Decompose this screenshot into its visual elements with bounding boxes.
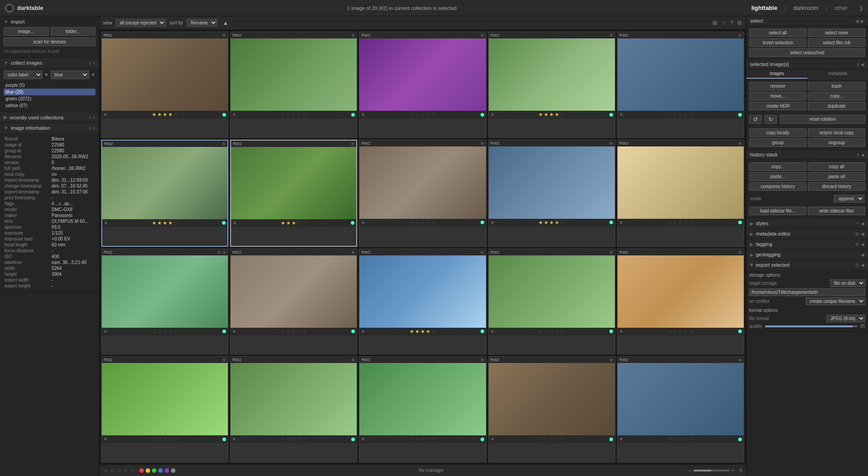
zoom-out-icon[interactable]: — bbox=[687, 468, 692, 473]
sort-select[interactable]: filename bbox=[187, 19, 217, 27]
cell-close-icon[interactable]: ✕ bbox=[104, 437, 107, 442]
cell-reject-icon[interactable]: ⊗ bbox=[738, 141, 742, 146]
recently-info-icon[interactable]: ℹ bbox=[89, 115, 91, 120]
star-3[interactable]: ★ bbox=[420, 329, 425, 335]
cell-close-icon[interactable]: ✕ bbox=[491, 220, 494, 225]
cell-reject-icon[interactable]: ⊗ bbox=[351, 33, 355, 38]
star-2[interactable]: ★ bbox=[415, 329, 420, 335]
star-5[interactable]: ☆ bbox=[302, 436, 307, 442]
cell-reject-icon[interactable]: ⊗ bbox=[222, 358, 226, 362]
cell-stars[interactable]: ☆☆☆☆☆ bbox=[667, 112, 693, 118]
select-untouched-button[interactable]: select untouched bbox=[749, 48, 865, 57]
cell-close-icon[interactable]: ✕ bbox=[491, 329, 494, 334]
metadata-left-arrow[interactable]: ◀ bbox=[861, 231, 864, 236]
cell-stars[interactable]: ☆☆☆☆☆ bbox=[667, 329, 693, 335]
image-cell[interactable]: RW2 ⊗ ✕☆☆☆☆☆ bbox=[617, 140, 744, 247]
star-2[interactable]: ☆ bbox=[544, 436, 548, 442]
star-4[interactable]: ☆ bbox=[297, 436, 302, 442]
dot-green[interactable] bbox=[152, 468, 156, 473]
star-3[interactable]: ★ bbox=[163, 112, 167, 118]
cell-reject-icon[interactable]: ⊗ bbox=[222, 250, 226, 254]
star-filter[interactable]: ☆ ☆ ☆ ☆ ☆ bbox=[103, 467, 136, 474]
star-4[interactable]: ☆ bbox=[426, 220, 430, 226]
star-4[interactable]: ☆ bbox=[297, 220, 302, 226]
star-2[interactable]: ☆ bbox=[673, 329, 677, 335]
cell-stars[interactable]: ★★★★☆ bbox=[410, 329, 436, 335]
export-selected-header[interactable]: ▶ export selected ⚙ ◀ bbox=[746, 260, 868, 270]
zoom-bar[interactable] bbox=[693, 470, 730, 471]
dot-yellow[interactable] bbox=[146, 468, 150, 473]
cell-close-icon[interactable]: ✕ bbox=[233, 221, 236, 226]
cell-close-icon[interactable]: ✕ bbox=[619, 437, 623, 442]
star-2[interactable]: ☆ bbox=[157, 436, 162, 442]
star-5[interactable]: ☆ bbox=[560, 112, 565, 118]
metadata-icon1[interactable]: ⚙ bbox=[855, 231, 859, 236]
star-2[interactable]: ★ bbox=[544, 112, 548, 118]
star-3[interactable]: ☆ bbox=[678, 329, 683, 335]
star-5[interactable]: ☆ bbox=[560, 329, 565, 335]
tagging-left-arrow[interactable]: ◀ bbox=[861, 242, 864, 247]
collect-info-icon[interactable]: ℹ bbox=[89, 61, 91, 66]
star-1[interactable]: ☆ bbox=[281, 329, 285, 335]
star-4[interactable]: ★ bbox=[168, 112, 173, 118]
star-4[interactable]: ★ bbox=[555, 112, 559, 118]
grid-icon[interactable]: ⊞ bbox=[712, 19, 717, 26]
image-cell[interactable]: RW2 ⊗ ✕☆☆☆☆☆ bbox=[617, 32, 744, 138]
cell-reject-icon[interactable]: ⊗ bbox=[481, 33, 484, 38]
invert-selection-button[interactable]: invert selection bbox=[749, 38, 807, 47]
star-2[interactable]: ★ bbox=[157, 112, 162, 118]
star-3[interactable]: ☆ bbox=[292, 112, 296, 118]
image-cell[interactable]: RW2 ⊗ ✕☆☆☆☆☆ bbox=[617, 249, 744, 355]
star-5[interactable]: ☆ bbox=[302, 220, 307, 226]
star-4[interactable]: ☆ bbox=[123, 467, 129, 474]
star-3[interactable]: ☆ bbox=[420, 436, 425, 442]
tagging-icon1[interactable]: ⚙ bbox=[855, 242, 859, 247]
select-all-button[interactable]: select all bbox=[749, 28, 807, 37]
target-storage-select[interactable]: file on disk bbox=[830, 279, 865, 287]
cell-reject-icon[interactable]: ⊗ bbox=[609, 33, 613, 38]
ungroup-button[interactable]: ungroup bbox=[808, 138, 865, 147]
group-button[interactable]: group bbox=[749, 138, 807, 147]
cell-stars[interactable]: ★★★★☆ bbox=[152, 112, 178, 118]
export-left-arrow[interactable]: ◀ bbox=[861, 263, 864, 268]
color-item-purple[interactable]: purple (5) bbox=[4, 82, 95, 89]
star-3[interactable]: ☆ bbox=[420, 220, 425, 226]
star-1[interactable]: ☆ bbox=[152, 329, 156, 335]
cell-reject-icon[interactable]: ⊗ bbox=[481, 358, 484, 362]
quality-bar[interactable] bbox=[765, 325, 858, 327]
mode-darkroom[interactable]: darkroom bbox=[793, 5, 818, 11]
styles-add-icon[interactable]: + bbox=[856, 221, 859, 226]
cell-close-icon[interactable]: ✕ bbox=[232, 437, 236, 442]
cell-reject-icon[interactable]: ⊗ bbox=[222, 33, 226, 38]
cell-stars[interactable]: ☆☆☆☆☆ bbox=[152, 329, 178, 335]
recently-menu-icon[interactable]: ≡ bbox=[93, 115, 95, 120]
star-3[interactable]: ☆ bbox=[678, 220, 683, 226]
image-cell[interactable]: RW2 ⊗ ✕☆☆☆☆☆ bbox=[359, 32, 486, 138]
star-2[interactable]: ☆ bbox=[415, 220, 420, 226]
star-1[interactable]: ☆ bbox=[667, 112, 672, 118]
cell-reject-icon[interactable]: ⊗ bbox=[609, 250, 613, 254]
image-cell[interactable]: RW2 ⊗ ✕☆☆☆☆☆ bbox=[230, 249, 357, 355]
star-1[interactable]: ★ bbox=[281, 220, 285, 226]
star-3[interactable]: ★ bbox=[549, 112, 554, 118]
star-4[interactable]: ★ bbox=[555, 220, 559, 226]
cell-close-icon[interactable]: ✕ bbox=[361, 437, 365, 442]
star-1[interactable]: ★ bbox=[410, 329, 414, 335]
star-1[interactable]: ★ bbox=[152, 220, 156, 226]
star-4[interactable]: ☆ bbox=[555, 436, 559, 442]
star-5[interactable]: ☆ bbox=[302, 112, 307, 118]
star-3[interactable]: ☆ bbox=[163, 436, 167, 442]
star-2[interactable]: ★ bbox=[544, 220, 548, 226]
dot-clear[interactable] bbox=[171, 468, 175, 473]
cell-stars[interactable]: ☆☆☆☆☆ bbox=[667, 436, 693, 442]
cell-stars[interactable]: ☆☆☆☆☆ bbox=[152, 436, 178, 442]
rotate-cw-button[interactable]: ↻ bbox=[764, 115, 777, 124]
cell-stars[interactable]: ☆☆☆☆☆ bbox=[281, 436, 307, 442]
load-sidecar-button[interactable]: load sidecar file... bbox=[749, 207, 807, 215]
star-3[interactable]: ★ bbox=[549, 220, 554, 226]
cell-close-icon[interactable]: ✕ bbox=[619, 329, 623, 334]
star-4[interactable]: ☆ bbox=[684, 220, 688, 226]
cell-stars[interactable]: ☆☆☆☆☆ bbox=[410, 220, 436, 226]
cell-close-icon[interactable]: ✕ bbox=[232, 112, 236, 117]
info-info-icon[interactable]: ℹ bbox=[89, 126, 91, 131]
